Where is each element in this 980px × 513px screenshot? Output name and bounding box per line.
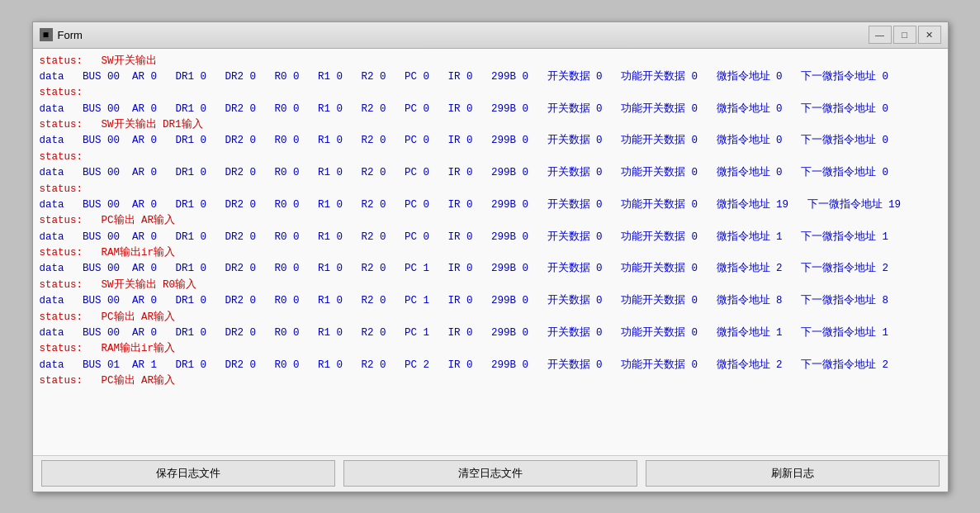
data-log-line: data BUS 00 AR 0 DR1 0 DR2 0 R0 0 R1 0 R… [40,293,941,309]
window-title: Form [58,29,869,41]
status-log-line: status: RAM输出ir输入 [40,341,941,357]
data-log-line: data BUS 00 AR 0 DR1 0 DR2 0 R0 0 R1 0 R… [40,165,941,181]
data-log-line: data BUS 00 AR 0 DR1 0 DR2 0 R0 0 R1 0 R… [40,325,941,341]
title-bar-buttons: — □ ✕ [869,26,941,44]
status-log-line: status: PC输出 AR输入 [40,213,941,229]
refresh-log-button[interactable]: 刷新日志 [646,460,940,487]
log-content: status: SW开关输出data BUS 00 AR 0 DR1 0 DR2… [33,49,948,455]
status-log-line: status: RAM输出ir输入 [40,245,941,261]
data-log-line: data BUS 00 AR 0 DR1 0 DR2 0 R0 0 R1 0 R… [40,197,941,213]
close-button[interactable]: ✕ [918,26,941,44]
window-icon: ■ [40,28,53,41]
status-log-line: status: [40,85,941,101]
bottom-bar: 保存日志文件 清空日志文件 刷新日志 [33,455,948,492]
main-window: ■ Form — □ ✕ status: SW开关输出data BUS 00 A… [32,21,949,492]
status-log-line: status: SW开关输出 R0输入 [40,278,941,293]
data-log-line: data BUS 00 AR 0 DR1 0 DR2 0 R0 0 R1 0 R… [40,261,941,277]
data-log-line: data BUS 00 AR 0 DR1 0 DR2 0 R0 0 R1 0 R… [40,133,941,149]
data-log-line: data BUS 00 AR 0 DR1 0 DR2 0 R0 0 R1 0 R… [40,102,941,117]
minimize-button[interactable]: — [869,26,892,44]
status-log-line: status: [40,150,941,165]
status-log-line: status: [40,182,941,197]
status-log-line: status: PC输出 AR输入 [40,373,941,389]
data-log-line: data BUS 00 AR 0 DR1 0 DR2 0 R0 0 R1 0 R… [40,69,941,85]
clear-log-button[interactable]: 清空日志文件 [343,460,637,487]
save-log-button[interactable]: 保存日志文件 [41,460,335,487]
maximize-button[interactable]: □ [893,26,916,44]
title-bar: ■ Form — □ ✕ [33,22,948,49]
status-log-line: status: SW开关输出 DR1输入 [40,117,941,133]
data-log-line: data BUS 01 AR 1 DR1 0 DR2 0 R0 0 R1 0 R… [40,358,941,373]
status-log-line: status: PC输出 AR输入 [40,310,941,325]
data-log-line: data BUS 00 AR 0 DR1 0 DR2 0 R0 0 R1 0 R… [40,230,941,245]
status-log-line: status: SW开关输出 [40,54,941,69]
